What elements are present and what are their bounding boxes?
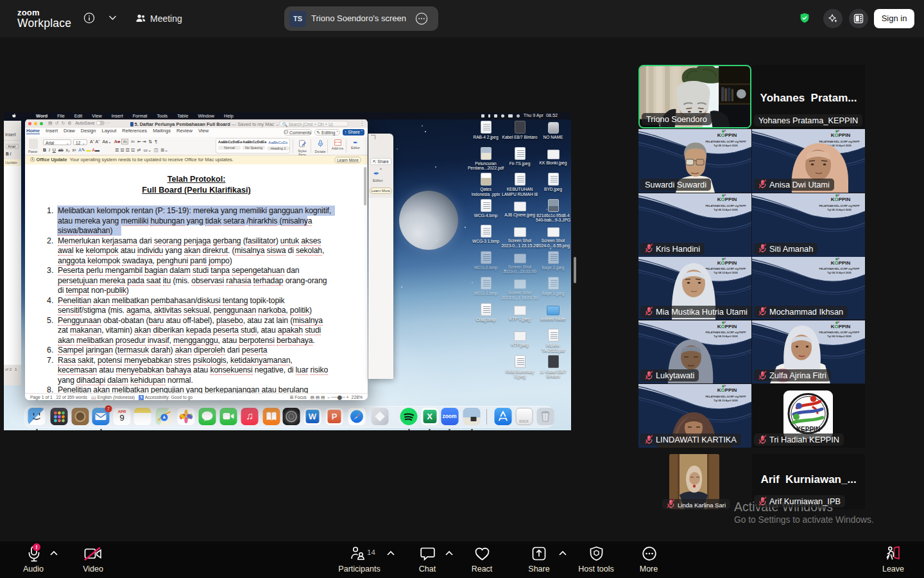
svg-text:KEPPIN: KEPPIN [796, 426, 820, 433]
svg-text:PELATIHAN KEL-GCRP elg/TKPP: PELATIHAN KEL-GCRP elg/TKPP [706, 331, 746, 334]
svg-text:Tgl 08-10 April 2026: Tgl 08-10 April 2026 [714, 271, 738, 274]
svg-text:PELATIHAN KEL-GCRP elg/TKPP: PELATIHAN KEL-GCRP elg/TKPP [819, 204, 860, 207]
svg-text:KOPPIN: KOPPIN [831, 323, 851, 329]
svg-text:Tgl 08-10 April 2026: Tgl 08-10 April 2026 [827, 271, 851, 274]
svg-text:KOPPIN: KOPPIN [831, 132, 851, 138]
svg-text:Tgl 08-10 April 2026: Tgl 08-10 April 2026 [714, 335, 738, 338]
svg-text:KOPPIN: KOPPIN [717, 197, 737, 202]
svg-text:PELATIHAN KEL-GCRP elg/TKPP: PELATIHAN KEL-GCRP elg/TKPP [705, 139, 746, 143]
svg-text:PELATIHAN KEL-GCRP elg/TKPP: PELATIHAN KEL-GCRP elg/TKPP [705, 395, 746, 398]
svg-text:PELATIHAN KEL-GCRP elg/TKPP: PELATIHAN KEL-GCRP elg/TKPP [706, 267, 746, 270]
svg-text:KOPPIN: KOPPIN [717, 323, 737, 329]
svg-text:PELATIHAN KEL-GCRP elg/TKPP: PELATIHAN KEL-GCRP elg/TKPP [705, 204, 746, 207]
svg-text:KOPPIN: KOPPIN [717, 260, 737, 266]
svg-text:Tgl 08-10 April 2026: Tgl 08-10 April 2026 [714, 399, 738, 402]
svg-text:KOPPIN: KOPPIN [831, 197, 851, 202]
svg-text:KOPPIN: KOPPIN [717, 387, 737, 393]
svg-text:KOPPIN: KOPPIN [831, 260, 851, 266]
svg-text:PELATIHAN KEL-GCRP elg/TKPP: PELATIHAN KEL-GCRP elg/TKPP [819, 267, 860, 270]
svg-text:Tgl 08-10 April 2026: Tgl 08-10 April 2026 [714, 143, 738, 146]
svg-text:Tgl 08-10 April 2026: Tgl 08-10 April 2026 [714, 207, 738, 211]
svg-text:KOPPIN: KOPPIN [717, 132, 737, 138]
svg-text:PELATIHAN KEL-GCRP elg/TKPP: PELATIHAN KEL-GCRP elg/TKPP [819, 139, 860, 143]
svg-text:PELATIHAN KEL-GCRP elg/TKPP: PELATIHAN KEL-GCRP elg/TKPP [819, 331, 860, 334]
svg-text:Tgl 08-10 April 2026: Tgl 08-10 April 2026 [827, 335, 851, 338]
svg-text:Tgl 08-10 April 2026: Tgl 08-10 April 2026 [827, 207, 851, 211]
